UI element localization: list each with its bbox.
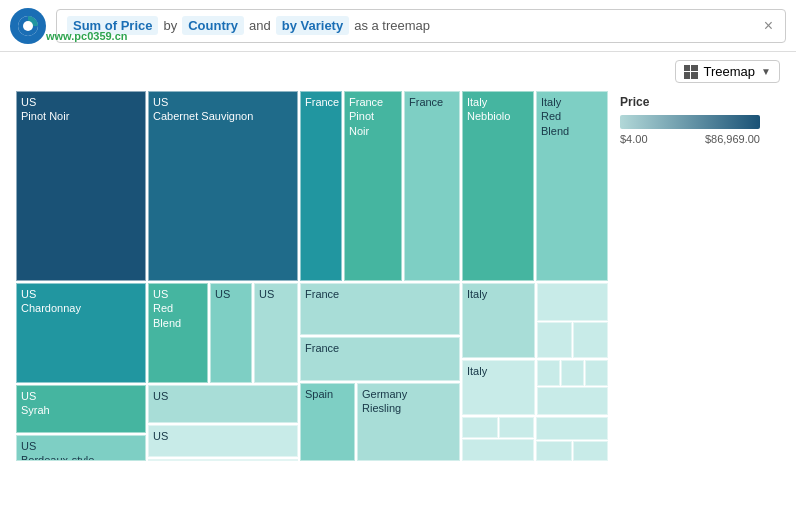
col-us-2: USCabernet Sauvignon USRedBlend US US <box>148 91 298 461</box>
cell-label-italy-nebbiolo: ItalyNebbiolo <box>463 92 533 127</box>
cell-italy-b4[interactable] <box>536 417 608 440</box>
cell-label-spain: Spain <box>301 384 354 404</box>
cell-label-us-chardonnay: USChardonnay <box>17 284 145 319</box>
legend: Price $4.00 $86,969.00 <box>620 91 780 505</box>
cell-italy-s7[interactable] <box>537 387 608 415</box>
cell-france-pinot-noir[interactable]: FrancePinotNoir <box>344 91 402 281</box>
cell-italy-b2[interactable] <box>499 417 535 438</box>
cell-label-us-3: US <box>149 386 297 406</box>
row-france-top: France FrancePinotNoir France <box>300 91 460 281</box>
chevron-down-icon: ▼ <box>761 66 771 77</box>
main-content: USPinot Noir USChardonnay USSyrah USBord… <box>16 91 780 505</box>
row-italy-low: Italy <box>462 360 608 415</box>
cell-italy-2[interactable]: Italy <box>462 360 535 415</box>
cell-france-1[interactable]: France <box>300 91 342 281</box>
row-spain-germany: Spain GermanyRiesling <box>300 383 460 461</box>
cell-us-syrah[interactable]: USSyrah <box>16 385 146 433</box>
row-italy-small2 <box>537 360 608 386</box>
cell-spain[interactable]: Spain <box>300 383 355 461</box>
cell-france-4[interactable]: France <box>300 337 460 381</box>
row-us-blends: USRedBlend US US <box>148 283 298 383</box>
cell-label-italy-1: Italy <box>463 284 534 304</box>
search-text-and: and <box>249 18 271 33</box>
col-italy: ItalyNebbiolo ItalyRedBlend Italy <box>462 91 608 461</box>
treemap-icon <box>684 65 698 79</box>
cell-us-red-blend[interactable]: USRedBlend <box>148 283 208 383</box>
cell-italy-s4[interactable] <box>537 360 560 386</box>
cell-us-chardonnay[interactable]: USChardonnay <box>16 283 146 383</box>
cell-italy-b1[interactable] <box>462 417 498 438</box>
legend-min: $4.00 <box>620 133 648 145</box>
search-bar[interactable]: Sum of Price by Country and by Variety a… <box>56 9 786 43</box>
cell-italy-s3[interactable] <box>573 322 608 358</box>
col-us-1: USPinot Noir USChardonnay USSyrah USBord… <box>16 91 146 461</box>
app-logo <box>10 8 46 44</box>
cell-label-france-3: France <box>301 284 459 304</box>
row-italy-top: ItalyNebbiolo ItalyRedBlend <box>462 91 608 281</box>
cell-label-france-2: France <box>405 92 459 112</box>
cell-us-3[interactable]: US <box>148 385 298 423</box>
cell-label-france-4: France <box>301 338 459 358</box>
col-italy-small <box>537 283 608 358</box>
cell-italy-b5[interactable] <box>536 441 572 462</box>
row-italy-bottom <box>462 417 608 461</box>
site-watermark: www.pc0359.cn <box>46 30 128 42</box>
toolbar: Treemap ▼ <box>16 60 780 83</box>
row-italy-small <box>537 322 608 358</box>
cell-italy-s5[interactable] <box>561 360 584 386</box>
cell-france-3[interactable]: France <box>300 283 460 335</box>
treemap-container: USPinot Noir USChardonnay USSyrah USBord… <box>16 91 608 505</box>
cell-france-2[interactable]: France <box>404 91 460 281</box>
cell-us-cab-sauv[interactable]: USCabernet Sauvignon <box>148 91 298 281</box>
cell-italy-b6[interactable] <box>573 441 609 462</box>
col-italy-small2 <box>537 360 608 415</box>
search-text-as: as a treemap <box>354 18 430 33</box>
cell-germany-riesling[interactable]: GermanyRiesling <box>357 383 460 461</box>
cell-italy-1[interactable]: Italy <box>462 283 535 358</box>
row-italy-b2 <box>536 441 608 462</box>
header: Sum of Price by Country and by Variety a… <box>0 0 796 52</box>
search-pill-variety: by Variety <box>276 16 349 35</box>
cell-italy-b3[interactable] <box>462 439 534 462</box>
cell-us-5[interactable]: US <box>148 459 298 461</box>
cell-label-us-red-blend: USRedBlend <box>149 284 207 333</box>
row-italy-b1 <box>462 417 534 438</box>
col-italy-bottom2 <box>536 417 608 461</box>
cell-italy-s2[interactable] <box>537 322 572 358</box>
cell-label-us-4: US <box>149 426 297 446</box>
cell-label-us-5: US <box>149 460 297 461</box>
chart-type-label: Treemap <box>704 64 756 79</box>
cell-italy-s1[interactable] <box>537 283 608 321</box>
cell-label-italy-red-blend: ItalyRedBlend <box>537 92 607 141</box>
search-text-by1: by <box>163 18 177 33</box>
cell-label-italy-2: Italy <box>463 361 534 381</box>
cell-italy-nebbiolo[interactable]: ItalyNebbiolo <box>462 91 534 281</box>
cell-italy-s6[interactable] <box>585 360 608 386</box>
col-france: France FrancePinotNoir France France <box>300 91 460 461</box>
cell-us-2b[interactable]: US <box>254 283 298 383</box>
cell-us-2a[interactable]: US <box>210 283 252 383</box>
legend-gradient <box>620 115 760 129</box>
cell-us-bordeaux[interactable]: USBordeaux-style <box>16 435 146 461</box>
cell-label-us-2a: US <box>211 284 251 304</box>
cell-label-us-pinot-noir: USPinot Noir <box>17 92 145 127</box>
treemap: USPinot Noir USChardonnay USSyrah USBord… <box>16 91 608 461</box>
cell-label-germany-riesling: GermanyRiesling <box>358 384 459 419</box>
cell-italy-red-blend[interactable]: ItalyRedBlend <box>536 91 608 281</box>
legend-max: $86,969.00 <box>705 133 760 145</box>
cell-label-france-1: France <box>301 92 341 112</box>
legend-title: Price <box>620 95 780 109</box>
legend-labels: $4.00 $86,969.00 <box>620 133 760 145</box>
chart-type-dropdown[interactable]: Treemap ▼ <box>675 60 780 83</box>
cell-label-france-pinot-noir: FrancePinotNoir <box>345 92 401 141</box>
cell-label-us-syrah: USSyrah <box>17 386 145 421</box>
cell-label-us-cab-sauv: USCabernet Sauvignon <box>149 92 297 127</box>
cell-label-us-bordeaux: USBordeaux-style <box>17 436 145 461</box>
cell-us-4[interactable]: US <box>148 425 298 457</box>
cell-label-us-2b: US <box>255 284 297 304</box>
svg-point-1 <box>23 21 33 31</box>
close-icon[interactable]: × <box>760 17 777 35</box>
row-italy-mid: Italy <box>462 283 608 358</box>
cell-us-pinot-noir[interactable]: USPinot Noir <box>16 91 146 281</box>
col-italy-bottom <box>462 417 534 461</box>
